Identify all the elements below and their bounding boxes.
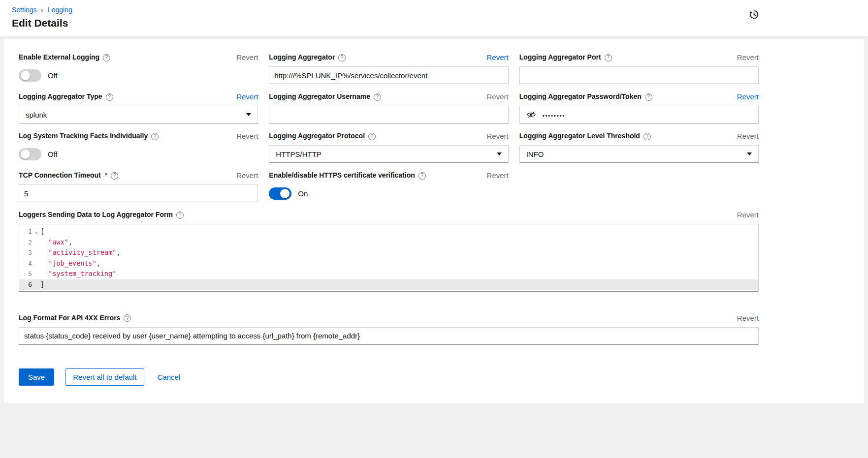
caret-down-icon xyxy=(497,153,502,155)
editor-line-6[interactable]: 6] xyxy=(19,279,758,290)
line-number: 6 xyxy=(19,279,32,290)
logging-aggregator-password-field[interactable]: •••••••• xyxy=(519,106,759,123)
history-icon xyxy=(749,10,759,19)
revert-button[interactable]: Revert xyxy=(486,53,508,61)
selected-value: splunk xyxy=(26,111,47,119)
logging-aggregator-protocol-select[interactable]: HTTPS/HTTP xyxy=(269,145,508,163)
toggle-state-label: On xyxy=(298,189,308,198)
enable-external-logging-control: Off xyxy=(19,66,258,84)
logging-aggregator-port-input[interactable] xyxy=(519,66,759,84)
editor-line-4[interactable]: 4 "job_events", xyxy=(19,258,758,269)
label-text: Logging Aggregator Type xyxy=(19,92,102,100)
editor-line-2[interactable]: 2 "awx", xyxy=(19,237,758,248)
field-label: Enable External Logging ? xyxy=(19,53,110,61)
help-icon[interactable]: ? xyxy=(176,212,184,219)
help-icon[interactable]: ? xyxy=(106,93,113,101)
editor-line-1[interactable]: 1⌄[ xyxy=(19,226,758,237)
code-text: "job_events", xyxy=(40,258,100,269)
help-icon[interactable]: ? xyxy=(374,93,381,101)
log-system-tracking-control: Off xyxy=(19,145,258,163)
log-format-4xx-input[interactable] xyxy=(19,327,759,345)
fold-caret-icon[interactable]: ⌄ xyxy=(32,226,40,237)
help-icon[interactable]: ? xyxy=(605,54,612,61)
label-text: Log System Tracking Facts Individually xyxy=(19,132,148,140)
logging-aggregator-type-select[interactable]: splunk xyxy=(19,106,258,123)
https-cert-verification-toggle[interactable] xyxy=(269,187,291,200)
field-logging-aggregator-username: Logging Aggregator Username ? Revert xyxy=(269,92,508,123)
editor-line-5[interactable]: 5 "system_tracking" xyxy=(19,269,758,279)
revert-button: Revert xyxy=(737,211,759,219)
caret-down-icon xyxy=(246,113,251,116)
field-label: Log System Tracking Facts Individually ? xyxy=(19,132,159,140)
password-masked-value: •••••••• xyxy=(543,111,566,119)
show-password-button[interactable] xyxy=(520,106,543,123)
help-icon[interactable]: ? xyxy=(368,133,376,140)
help-icon[interactable]: ? xyxy=(338,54,346,61)
logging-aggregator-input[interactable] xyxy=(269,66,508,84)
toggle-knob xyxy=(21,150,30,159)
revert-button: Revert xyxy=(486,92,508,101)
toggle-knob xyxy=(21,71,30,80)
help-icon[interactable]: ? xyxy=(124,314,131,322)
label-text: TCP Connection Timeout xyxy=(19,171,101,179)
enable-external-logging-toggle[interactable] xyxy=(19,69,41,82)
breadcrumb-separator: › xyxy=(41,6,43,14)
toggle-state-label: Off xyxy=(48,150,58,158)
edit-details-card: Enable External Logging ? Revert Off Log… xyxy=(4,39,864,403)
code-text: ] xyxy=(40,279,44,290)
help-icon[interactable]: ? xyxy=(645,93,652,101)
field-logging-aggregator-protocol: Logging Aggregator Protocol ? Revert HTT… xyxy=(269,132,508,163)
breadcrumb-logging-link[interactable]: Logging xyxy=(48,6,72,14)
field-logging-aggregator-port: Logging Aggregator Port ? Revert xyxy=(519,53,759,84)
field-logging-aggregator: Logging Aggregator ? Revert xyxy=(269,53,508,84)
save-button[interactable]: Save xyxy=(19,368,54,386)
revert-button[interactable]: Revert xyxy=(236,92,258,101)
selected-value: HTTPS/HTTP xyxy=(276,150,321,158)
field-label: Logging Aggregator Password/Token ? xyxy=(519,92,652,100)
editor-line-3[interactable]: 3 "activity_stream", xyxy=(19,247,758,258)
toggle-knob xyxy=(280,189,289,198)
code-text: [ xyxy=(40,226,44,237)
help-icon[interactable]: ? xyxy=(643,133,651,140)
help-icon[interactable]: ? xyxy=(103,54,110,61)
revert-button[interactable]: Revert xyxy=(737,92,759,101)
eye-slash-icon xyxy=(527,111,536,118)
revert-button: Revert xyxy=(737,53,759,61)
toggle-state-label: Off xyxy=(48,71,58,80)
field-label: Logging Aggregator Type ? xyxy=(19,92,113,100)
help-icon[interactable]: ? xyxy=(418,172,426,180)
label-text: Logging Aggregator Port xyxy=(519,53,601,61)
breadcrumb-settings-link[interactable]: Settings xyxy=(12,6,37,14)
https-cert-verification-control: On xyxy=(269,184,508,202)
cancel-button[interactable]: Cancel xyxy=(155,369,182,385)
field-label: Logging Aggregator Level Threshold ? xyxy=(519,132,651,140)
field-log-format-4xx: Log Format For API 4XX Errors ? Revert xyxy=(19,314,759,345)
field-label: Logging Aggregator Username ? xyxy=(269,92,381,100)
label-text: Enable External Logging xyxy=(19,53,99,61)
label-text: Enable/disable HTTPS certificate verific… xyxy=(269,171,415,179)
field-logging-aggregator-password: Logging Aggregator Password/Token ? Reve… xyxy=(519,92,759,123)
label-text: Logging Aggregator Username xyxy=(269,92,370,100)
history-button[interactable] xyxy=(748,9,760,22)
logging-aggregator-level-select[interactable]: INFO xyxy=(519,145,759,163)
field-logging-aggregator-level: Logging Aggregator Level Threshold ? Rev… xyxy=(519,132,759,163)
line-number: 5 xyxy=(19,269,32,279)
label-text: Logging Aggregator Protocol xyxy=(269,132,365,140)
help-icon[interactable]: ? xyxy=(151,133,159,140)
field-https-cert-verification: Enable/disable HTTPS certificate verific… xyxy=(269,171,508,202)
revert-button: Revert xyxy=(236,53,258,61)
page-header: Settings › Logging Edit Details xyxy=(0,0,868,36)
help-icon[interactable]: ? xyxy=(111,172,118,180)
code-text: "system_tracking" xyxy=(40,269,116,279)
label-text: Logging Aggregator Level Threshold xyxy=(519,132,640,140)
revert-button: Revert xyxy=(236,132,258,140)
revert-all-button[interactable]: Revert all to default xyxy=(65,368,144,386)
revert-button: Revert xyxy=(236,171,258,180)
tcp-connection-timeout-input[interactable] xyxy=(19,184,258,202)
logging-aggregator-username-input[interactable] xyxy=(269,106,508,123)
code-text: "awx", xyxy=(40,237,72,248)
selected-value: INFO xyxy=(526,150,544,158)
log-system-tracking-toggle[interactable] xyxy=(19,148,41,160)
field-label: Loggers Sending Data to Log Aggregator F… xyxy=(19,211,184,218)
code-editor[interactable]: 1⌄[2 "awx",3 "activity_stream",4 "job_ev… xyxy=(19,224,759,292)
